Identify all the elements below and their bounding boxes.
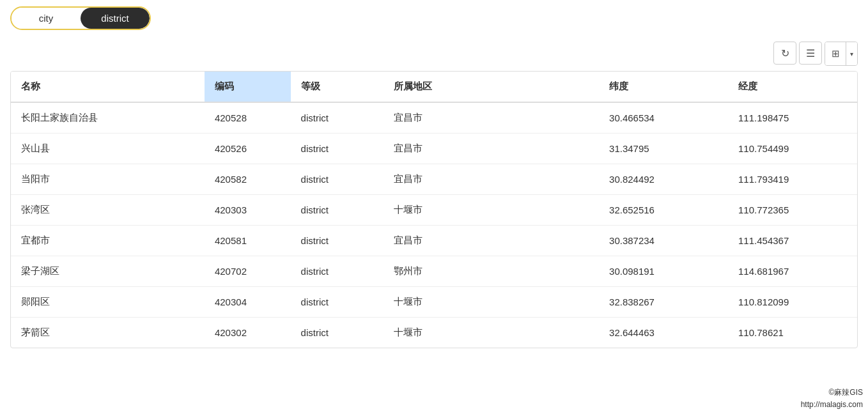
data-table: 名称 编码 等级 所属地区 纬度 经度 长阳土 [11, 72, 857, 348]
toolbar: ↻ ☰ ⊞ ▾ [0, 36, 868, 71]
cell-lat-3: 32.652516 [599, 195, 728, 226]
cell-region-5: 鄂州市 [384, 256, 599, 287]
cell-region-4: 宜昌市 [384, 226, 599, 256]
table-header-row: 名称 编码 等级 所属地区 纬度 经度 [11, 72, 857, 102]
cell-lat-0: 30.466534 [599, 102, 728, 134]
cell-lng-6: 110.812099 [728, 287, 857, 318]
cell-lat-1: 31.34795 [599, 134, 728, 164]
col-header-level[interactable]: 等级 [291, 72, 384, 102]
cell-code-5: 420702 [205, 256, 291, 287]
cell-code-0: 420528 [205, 102, 291, 134]
chevron-down-icon: ▾ [850, 50, 853, 58]
cell-name-1: 兴山县 [11, 134, 205, 164]
table-row: 当阳市 420582 district 宜昌市 30.824492 111.79… [11, 164, 857, 195]
table-row: 长阳土家族自治县 420528 district 宜昌市 30.466534 1… [11, 102, 857, 134]
watermark-line1: ©麻辣GIS [801, 387, 863, 399]
cell-region-7: 十堰市 [384, 318, 599, 348]
cell-region-1: 宜昌市 [384, 134, 599, 164]
cell-lat-2: 30.824492 [599, 164, 728, 195]
watermark-line2: http://malagis.com [801, 399, 863, 411]
tab-group: city district [10, 6, 151, 30]
cell-code-4: 420581 [205, 226, 291, 256]
tab-city[interactable]: city [12, 8, 81, 29]
cell-lat-6: 32.838267 [599, 287, 728, 318]
col-header-code[interactable]: 编码 [205, 72, 291, 102]
cell-level-7: district [291, 318, 384, 348]
top-bar: city district [0, 0, 868, 36]
cell-lng-5: 114.681967 [728, 256, 857, 287]
tab-district[interactable]: district [81, 8, 150, 29]
cell-code-7: 420302 [205, 318, 291, 348]
cell-lng-0: 111.198475 [728, 102, 857, 134]
cell-name-2: 当阳市 [11, 164, 205, 195]
col-header-region[interactable]: 所属地区 [384, 72, 599, 102]
grid-view-button[interactable]: ⊞ [825, 42, 846, 65]
cell-level-6: district [291, 287, 384, 318]
table-row: 茅箭区 420302 district 十堰市 32.644463 110.78… [11, 318, 857, 348]
table-view-button[interactable]: ☰ [799, 42, 822, 65]
cell-lng-4: 111.454367 [728, 226, 857, 256]
cell-name-3: 张湾区 [11, 195, 205, 226]
cell-lng-2: 111.793419 [728, 164, 857, 195]
watermark: ©麻辣GIS http://malagis.com [801, 387, 863, 411]
cell-name-0: 长阳土家族自治县 [11, 102, 205, 134]
table-row: 梁子湖区 420702 district 鄂州市 30.098191 114.6… [11, 256, 857, 287]
cell-level-5: district [291, 256, 384, 287]
cell-name-7: 茅箭区 [11, 318, 205, 348]
table-row: 宜都市 420581 district 宜昌市 30.387234 111.45… [11, 226, 857, 256]
cell-lng-7: 110.78621 [728, 318, 857, 348]
cell-lng-3: 110.772365 [728, 195, 857, 226]
table-row: 张湾区 420303 district 十堰市 32.652516 110.77… [11, 195, 857, 226]
table-row: 郧阳区 420304 district 十堰市 32.838267 110.81… [11, 287, 857, 318]
cell-level-3: district [291, 195, 384, 226]
cell-region-0: 宜昌市 [384, 102, 599, 134]
cell-name-5: 梁子湖区 [11, 256, 205, 287]
refresh-button[interactable]: ↻ [773, 42, 796, 65]
cell-level-4: district [291, 226, 384, 256]
cell-level-2: district [291, 164, 384, 195]
cell-name-4: 宜都市 [11, 226, 205, 256]
table-icon: ☰ [806, 47, 815, 59]
refresh-icon: ↻ [781, 47, 789, 59]
cell-level-0: district [291, 102, 384, 134]
cell-code-2: 420582 [205, 164, 291, 195]
cell-name-6: 郧阳区 [11, 287, 205, 318]
cell-region-3: 十堰市 [384, 195, 599, 226]
grid-view-button-group: ⊞ ▾ [825, 42, 858, 66]
col-header-lat[interactable]: 纬度 [599, 72, 728, 102]
col-header-lng[interactable]: 经度 [728, 72, 857, 102]
cell-region-6: 十堰市 [384, 287, 599, 318]
table-row: 兴山县 420526 district 宜昌市 31.34795 110.754… [11, 134, 857, 164]
grid-view-dropdown-button[interactable]: ▾ [846, 42, 857, 65]
table-body: 长阳土家族自治县 420528 district 宜昌市 30.466534 1… [11, 102, 857, 348]
cell-lng-1: 110.754499 [728, 134, 857, 164]
cell-code-3: 420303 [205, 195, 291, 226]
cell-lat-4: 30.387234 [599, 226, 728, 256]
cell-code-1: 420526 [205, 134, 291, 164]
cell-lat-5: 30.098191 [599, 256, 728, 287]
data-table-container: 名称 编码 等级 所属地区 纬度 经度 长阳土 [10, 71, 858, 348]
cell-region-2: 宜昌市 [384, 164, 599, 195]
cell-code-6: 420304 [205, 287, 291, 318]
cell-level-1: district [291, 134, 384, 164]
cell-lat-7: 32.644463 [599, 318, 728, 348]
grid-icon: ⊞ [832, 48, 840, 59]
col-header-name[interactable]: 名称 [11, 72, 205, 102]
